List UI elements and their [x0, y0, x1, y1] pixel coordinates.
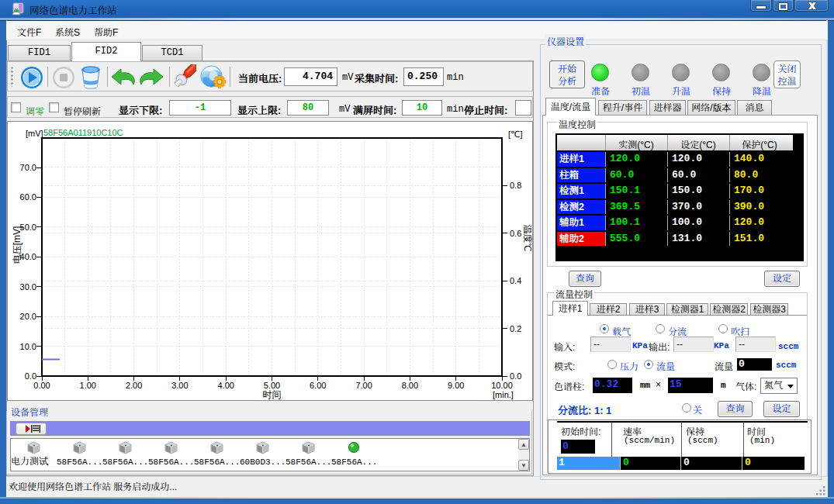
svg-text:电力测试: 电力测试 [11, 456, 48, 467]
svg-text:0.6: 0.6 [510, 229, 521, 238]
svg-text:[min.]: [min.] [493, 390, 514, 399]
svg-text:0.0: 0.0 [510, 371, 521, 381]
svg-text:8.00: 8.00 [402, 381, 418, 390]
svg-text:2.00: 2.00 [126, 381, 142, 390]
svg-text:4.00: 4.00 [217, 381, 234, 390]
svg-text:10.0: 10.0 [20, 342, 36, 351]
svg-text:58F56A...: 58F56A... [285, 457, 331, 467]
svg-text:58F56A...: 58F56A... [331, 457, 377, 467]
svg-text:20.0: 20.0 [20, 312, 36, 321]
svg-text:0.8: 0.8 [510, 181, 521, 190]
svg-text:58F56A011910C10C: 58F56A011910C10C [43, 128, 123, 137]
svg-text:70.0: 70.0 [20, 163, 36, 172]
svg-text:58F56A...: 58F56A... [194, 457, 240, 467]
svg-text:9.00: 9.00 [448, 381, 464, 390]
svg-text:58F56A...: 58F56A... [57, 457, 102, 467]
svg-text:0.00: 0.00 [33, 381, 50, 390]
svg-text:3.00: 3.00 [171, 381, 188, 390]
svg-text:10.00: 10.00 [491, 381, 513, 390]
svg-text:[mV]: [mV] [26, 129, 43, 138]
svg-text:60.0: 60.0 [20, 192, 36, 202]
svg-text:7.00: 7.00 [355, 381, 372, 390]
svg-text:0.0: 0.0 [25, 371, 36, 381]
svg-text:6.00: 6.00 [310, 381, 326, 390]
svg-text:温度℃: 温度℃ [522, 224, 533, 251]
svg-text:58F56A...: 58F56A... [148, 457, 194, 467]
svg-text:0.2: 0.2 [510, 324, 521, 333]
svg-text:时间: 时间 [263, 389, 282, 400]
svg-text:0.4: 0.4 [510, 276, 521, 285]
svg-text:58F56A...: 58F56A... [102, 457, 148, 467]
svg-text:60B0D3...: 60B0D3... [240, 457, 285, 467]
svg-text:[℃]: [℃] [508, 129, 522, 139]
svg-text:电压[mV]: 电压[mV] [12, 226, 22, 264]
svg-text:30.0: 30.0 [20, 282, 36, 292]
svg-text:1.00: 1.00 [80, 381, 96, 390]
